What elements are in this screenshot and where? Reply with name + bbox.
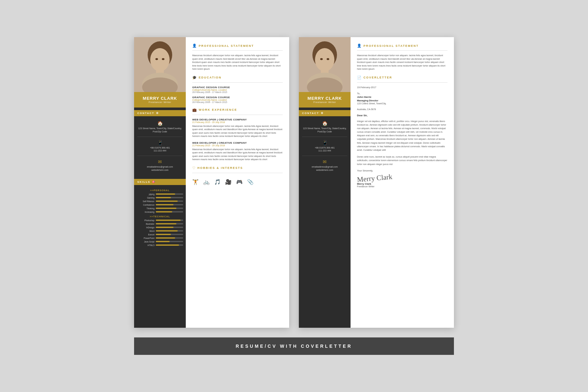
skill-row: Execel [134, 233, 186, 236]
cover-body1: Integer vel est dapibus, efficitur velit… [357, 119, 447, 152]
divider [137, 137, 183, 137]
cover-card: MERRY CLARK Freelancer Writer CONTACT ⚙ … [299, 37, 454, 328]
prof-statement-text: Maecenas tincidunt ullamcorper tortor no… [192, 54, 283, 71]
edu-school: College/University Name, Location [192, 89, 283, 91]
sidebar-name: MERRY CLARK [137, 96, 183, 101]
edu-degree: GRAPHIC DESIGN COURSE [192, 86, 283, 89]
section-divider [192, 50, 283, 51]
footer-banner: RESUME/CV WITH COVERLETTER [134, 337, 454, 355]
footer-text: RESUME/CV WITH COVERLETTER [236, 344, 352, 349]
education-item: GRAPHIC DESIGN COURSE College/University… [192, 86, 283, 93]
skill-row: Java Script [134, 240, 186, 243]
skill-bar-fill [156, 227, 173, 228]
section-divider [192, 115, 283, 115]
edu-date: 28 February 2009 - 17 March 2015 [192, 91, 283, 93]
skill-bar-bg [156, 204, 183, 205]
skill-name: InDesign [137, 226, 154, 229]
address-text: 123 Street Name, Town/City, State/Countr… [137, 127, 183, 133]
contact-header: CONTACT ⚙ [134, 110, 186, 116]
skill-name: Confodence [137, 204, 154, 206]
prof-statement-header: 👤 PROFESSIONAL STATEMENT [192, 44, 283, 48]
resume-photo [134, 37, 186, 92]
work-item: WEB DEVELOPER | CREATIVE COMPANY 21 Febr… [192, 118, 283, 138]
cover-date: 19.February-2017 [357, 86, 447, 89]
skill-bar-bg [156, 193, 183, 195]
coverletter-header: 📄 COVERLETTER [357, 76, 447, 80]
skill-name: plying [137, 193, 154, 195]
phone-icon: 📱 [157, 140, 163, 145]
skill-name: Photoshop [137, 219, 154, 222]
cover-email-item: ✉ emailaddress@gmail.com websitehere.com [299, 157, 351, 174]
recipient-role: Managing Director [357, 99, 447, 102]
divider [137, 156, 183, 156]
email-icon: ✉ [158, 159, 162, 164]
cover-closing: Your Sincerely, [357, 169, 447, 172]
svg-point-14 [320, 58, 323, 60]
personal-skills-list: plying Gaming Self Rilience Confodence T… [134, 192, 186, 214]
skill-name: Execel [137, 233, 154, 236]
coverletter-title: COVERLETTER [363, 76, 392, 79]
cover-sidebar: MERRY CLARK Freelancer Writer CONTACT ⚙ … [299, 37, 351, 328]
skill-bar-bg [156, 201, 183, 202]
skill-bar-fill [156, 193, 175, 195]
hobby-icon: 🏋 [192, 179, 199, 185]
skill-bar-fill [156, 208, 176, 209]
skill-row: Confodence [134, 203, 186, 207]
edu-school: College/University Name, Location [192, 99, 283, 101]
skill-name: Self Rilience [137, 200, 154, 202]
skill-row: PowerPoint [134, 236, 186, 240]
cover-phone1: +88-01679-368-481 [315, 146, 335, 150]
cover-home-icon: 🏠 [322, 121, 328, 126]
work-job-title: WEB DEVELOPER | CREATIVE COMPANY [192, 141, 283, 144]
phone-item: 📱 +88-01679-368-481 111-222-444 [134, 138, 186, 155]
recipient-address2: Australia, CA-5678 [357, 108, 447, 111]
skill-bar-fill [156, 201, 178, 202]
cover-prof-title: PROFESSIONAL STATEMENT [363, 44, 419, 47]
section-divider [357, 82, 447, 83]
skill-row: Gaming [134, 196, 186, 200]
skill-row: Increasing [134, 210, 186, 214]
edu-degree: GRAPHIC DESIGN COURSE [192, 96, 283, 99]
hobby-icon: 🎵 [214, 179, 221, 185]
skill-bar-fill [156, 223, 176, 224]
section-divider [357, 50, 447, 51]
svg-point-15 [327, 58, 329, 60]
hobby-icon: 🎮 [236, 179, 243, 185]
skill-name: HTML5 [137, 244, 154, 246]
skill-bar-bg [156, 208, 183, 209]
skill-bar-bg [156, 230, 183, 232]
hobby-icon: 📎 [247, 179, 254, 185]
cover-phone2: 111-222-444 [318, 149, 331, 152]
cover-website-text: websitehere.com [316, 169, 333, 172]
divider [302, 137, 347, 137]
skill-bar-fill [156, 230, 178, 232]
cover-photo [299, 37, 351, 92]
heart-icon: ♡ [192, 166, 195, 170]
hobbies-list: 🏋🚲🎵🎥🎮📎 [192, 176, 283, 188]
skill-row: HTML5 [134, 243, 186, 247]
cover-sidebar-name-box: MERRY CLARK Freelancer Writer [299, 92, 351, 108]
cover-contact-header: CONTACT ⚙ [299, 110, 351, 116]
work-date: 21 February 2015 - 29 July 2018 [192, 144, 283, 147]
skill-name: Word [137, 230, 154, 232]
contact-section: CONTACT ⚙ 🏠 123 Street Name, Town/City, … [134, 108, 186, 176]
section-divider [192, 173, 283, 173]
work-desc: Maecenas tincidunt ullamcorper tortor no… [192, 148, 283, 161]
skill-row: InDesign [134, 226, 186, 229]
education-list: GRAPHIC DESIGN COURSE College/University… [192, 86, 283, 103]
cover-sidebar-title: Freelancer Writer [302, 101, 347, 104]
sidebar-name-box: MERRY CLARK Freelancer Writer [134, 92, 186, 108]
cover-person-icon: 👤 [357, 44, 362, 48]
cover-prof-header: 👤 PROFESSIONAL STATEMENT [357, 44, 447, 48]
skill-bar-fill [156, 197, 171, 198]
cover-email-text: emailaddress@gmail.com [312, 165, 338, 169]
skill-name: Thinking [137, 207, 154, 210]
cover-phone-item: 📱 +88-01679-368-481 111-222-444 [299, 138, 351, 155]
cover-phone-icon: 📱 [322, 140, 328, 145]
person-icon: 👤 [192, 44, 197, 48]
education-title: EDUCATION [199, 76, 222, 79]
skill-row: Self Rilience [134, 200, 186, 203]
skill-name: Increasing [137, 211, 154, 213]
contact-label: CONTACT [137, 112, 154, 115]
work-item: WEB DEVELOPER | CREATIVE COMPANY 21 Febr… [192, 141, 283, 161]
